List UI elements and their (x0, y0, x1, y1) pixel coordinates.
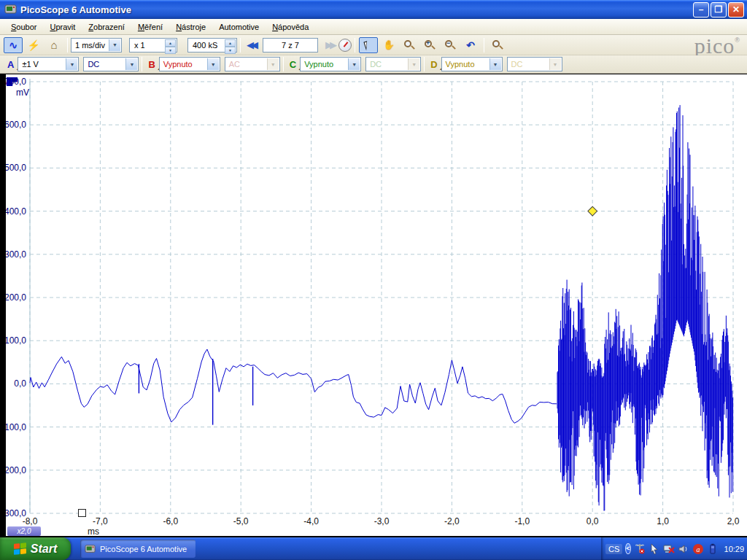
volume-icon[interactable] (678, 543, 689, 555)
menu-automotive[interactable]: Automotive (212, 20, 266, 34)
x-axis-tick-label: -7,0 (93, 516, 108, 526)
spinner-arrows[interactable]: ▲▼ (165, 39, 176, 51)
waveform-chart[interactable]: 700,0600,0500,0400,0300,0200,0100,00,0-1… (6, 74, 747, 536)
pan-tool-button[interactable]: ✋ (379, 37, 398, 53)
restore-button[interactable]: ❐ (711, 2, 727, 18)
x-axis-tick-label: -8,0 (23, 516, 38, 526)
waveform-capture-button[interactable]: ∿ (4, 37, 23, 53)
pointer-device-icon[interactable] (649, 543, 660, 555)
channel-d-range-select[interactable]: Vypnuto ▼ (441, 57, 503, 71)
waveform-capture-icon: ∿ (9, 39, 18, 51)
chevron-down-icon[interactable]: ▼ (66, 58, 77, 70)
channel-b-range-select[interactable]: Vypnuto ▼ (159, 57, 220, 71)
x-axis-tick-label: -3,0 (374, 516, 390, 526)
zoom-factor-badge[interactable]: x2,0 (7, 526, 41, 536)
channel-d-coupling-select: DC ▼ (507, 57, 562, 71)
toolbar-separator (355, 38, 355, 52)
taskbar-task-picoscope[interactable]: PicoScope 6 Automotive (80, 540, 196, 558)
zoom-out-button[interactable]: − (441, 37, 460, 53)
zoom-in-icon: + (424, 39, 436, 51)
next-buffer-button[interactable]: ▶▶ (322, 39, 337, 50)
channel-a-range-select[interactable]: ±1 V ▼ (18, 57, 79, 71)
menu-zobrazeni[interactable]: Zobrazení (82, 20, 131, 34)
app-icon (85, 544, 96, 554)
toolbar-separator (484, 38, 484, 52)
buffer-overview-icon[interactable] (338, 39, 352, 52)
menu-upravit[interactable]: Upravit (43, 20, 82, 34)
x-axis-tick-label: -1,0 (514, 516, 530, 526)
y-axis-tick-label: 200,0 (6, 292, 26, 303)
channel-d-label[interactable]: D (430, 59, 437, 70)
undo-zoom-button[interactable]: ↶ (461, 37, 480, 53)
toolbar-separator (424, 57, 425, 71)
chevron-down-icon[interactable]: ▼ (207, 58, 219, 70)
buffer-position: 7 z 7 (263, 38, 318, 52)
pointer-icon (363, 39, 373, 50)
channel-a-coupling-select[interactable]: DC ▼ (83, 57, 139, 71)
channel-c-label[interactable]: C (290, 59, 296, 70)
hide-icons-chevron[interactable]: < (625, 543, 630, 554)
window-title: PicoScope 6 Automotive (20, 4, 693, 15)
x-axis-tick-label: 2,0 (727, 516, 740, 526)
x-axis-tick-label: 1,0 (657, 516, 669, 526)
marquee-zoom-button[interactable] (400, 37, 419, 53)
menu-napoveda[interactable]: Nápověda (266, 20, 315, 34)
menu-soubor[interactable]: Soubor (4, 20, 43, 34)
zoom-factor-spinner[interactable]: x 1 ▲▼ (129, 38, 177, 52)
chevron-down-icon[interactable]: ▼ (348, 58, 360, 70)
antivirus-icon[interactable]: a (692, 543, 704, 555)
x-axis-tick-label: -6,0 (163, 516, 178, 526)
channel-b-label[interactable]: B (148, 59, 155, 70)
menu-nastroje[interactable]: Nástroje (169, 20, 212, 34)
close-button[interactable]: ✕ (728, 2, 744, 18)
channel-c-range-select[interactable]: Vypnuto ▼ (300, 57, 361, 71)
chevron-down-icon[interactable]: ▼ (109, 39, 120, 51)
y-axis-unit: mV (16, 88, 29, 98)
wireless-icon[interactable] (634, 543, 646, 555)
zoom-100-button[interactable] (488, 37, 507, 53)
x-axis-tick-label: 0,0 (587, 516, 599, 526)
start-button[interactable]: Start (0, 537, 71, 560)
toolbar-separator (240, 38, 241, 52)
pointer-tool-button[interactable] (359, 37, 378, 53)
y-axis-tick-label: 0,0 (6, 378, 26, 389)
clock[interactable]: 10:29 (724, 545, 745, 553)
y-axis-tick-label: 700,0 (6, 77, 26, 87)
toolbar-separator (67, 38, 68, 52)
channel-a-label[interactable]: A (7, 59, 14, 70)
y-axis-tick-label: -100,0 (6, 422, 26, 432)
y-axis-tick-label: -200,0 (6, 465, 26, 475)
zoom-in-button[interactable]: + (420, 37, 439, 53)
zoom-overview-handle[interactable] (78, 509, 86, 517)
y-axis-tick-label: 500,0 (6, 163, 26, 173)
zoom-out-icon: − (444, 39, 456, 51)
windows-logo-icon (14, 542, 27, 556)
channel-toolbar: A ±1 V ▼ DC ▼ B Vypnuto ▼ AC ▼ C Vypnuto… (0, 55, 747, 74)
minimize-button[interactable]: – (693, 2, 709, 18)
chevron-down-icon[interactable]: ▼ (125, 58, 137, 70)
title-bar: PicoScope 6 Automotive – ❐ ✕ (0, 0, 747, 19)
channel-c-coupling-select: DC ▼ (365, 57, 421, 71)
sample-count-spinner[interactable]: 400 kS ▲▼ (187, 38, 237, 52)
language-indicator[interactable]: CS (605, 544, 622, 554)
quick-start-icon: ⚡ (27, 39, 39, 51)
home-icon: ⌂ (50, 39, 57, 51)
x-axis-tick-label: -5,0 (233, 516, 249, 526)
menu-mereni[interactable]: Měření (131, 20, 169, 34)
spinner-arrows[interactable]: ▲▼ (225, 39, 236, 51)
home-button[interactable]: ⌂ (44, 37, 63, 53)
hand-icon: ✋ (383, 39, 395, 50)
chevron-down-icon[interactable]: ▼ (489, 58, 501, 70)
prev-buffer-button[interactable]: ◀◀ (244, 39, 258, 50)
timebase-select[interactable]: 1 ms/div ▼ (71, 38, 122, 52)
toolbar-separator (283, 57, 284, 71)
channel-b-coupling-select: AC ▼ (225, 57, 280, 71)
svg-text:a: a (696, 545, 700, 553)
marquee-zoom-icon (403, 39, 415, 51)
x-axis-tick-label: -2,0 (444, 516, 460, 526)
y-axis-tick-label: 400,0 (6, 206, 26, 217)
quick-start-button[interactable]: ⚡ (24, 37, 43, 53)
network-disconnected-icon[interactable] (663, 543, 675, 555)
battery-icon[interactable] (707, 543, 719, 555)
x-axis-unit: ms (88, 526, 99, 536)
